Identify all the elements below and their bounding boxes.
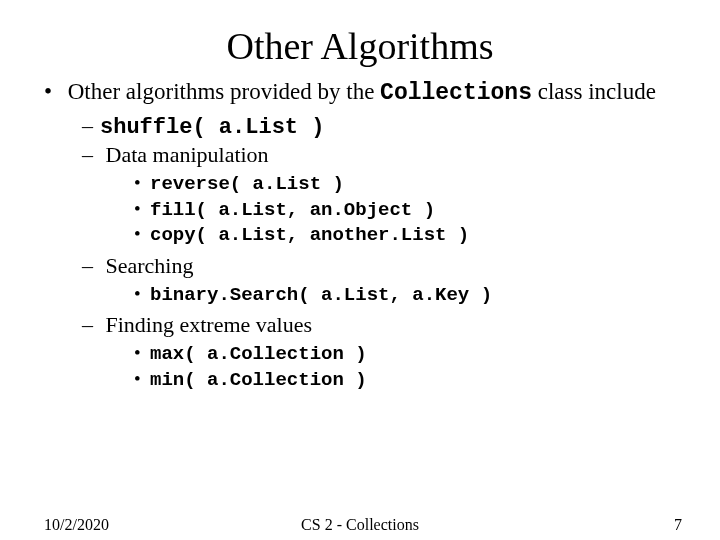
searching-label: Searching [106, 253, 194, 278]
max-code: max( a.Collection ) [150, 343, 367, 365]
fill-code: fill( a.List, an.Object ) [150, 199, 435, 221]
extreme-item: Finding extreme values max( a.Collection… [100, 311, 676, 392]
copy-code: copy( a.List, another.List ) [150, 224, 469, 246]
extreme-sublist: max( a.Collection ) min( a.Collection ) [100, 341, 676, 393]
extreme-label: Finding extreme values [106, 312, 313, 337]
min-code: min( a.Collection ) [150, 369, 367, 391]
bullet-list-level2: shuffle( a.List ) Data manipulation reve… [54, 112, 676, 393]
intro-code: Collections [380, 80, 532, 106]
min-item: min( a.Collection ) [150, 367, 676, 393]
shuffle-code: shuffle( a.List ) [100, 115, 324, 140]
bullet-list-level1: Other algorithms provided by the Collect… [44, 78, 676, 392]
reverse-code: reverse( a.List ) [150, 173, 344, 195]
intro-text-after: class include [532, 79, 656, 104]
datamanip-item: Data manipulation reverse( a.List ) fill… [100, 141, 676, 248]
intro-text-before: Other algorithms provided by the [68, 79, 380, 104]
max-item: max( a.Collection ) [150, 341, 676, 367]
shuffle-item: shuffle( a.List ) [100, 112, 676, 142]
datamanip-label: Data manipulation [106, 142, 269, 167]
intro-bullet: Other algorithms provided by the Collect… [54, 78, 676, 392]
fill-item: fill( a.List, an.Object ) [150, 197, 676, 223]
slide-title: Other Algorithms [0, 0, 720, 78]
binarysearch-code: binary.Search( a.List, a.Key ) [150, 284, 492, 306]
slide: Other Algorithms Other algorithms provid… [0, 0, 720, 540]
searching-sublist: binary.Search( a.List, a.Key ) [100, 282, 676, 308]
slide-body: Other algorithms provided by the Collect… [0, 78, 720, 392]
footer-page: 7 [674, 516, 682, 534]
footer-center: CS 2 - Collections [0, 516, 720, 534]
binarysearch-item: binary.Search( a.List, a.Key ) [150, 282, 676, 308]
copy-item: copy( a.List, another.List ) [150, 222, 676, 248]
datamanip-sublist: reverse( a.List ) fill( a.List, an.Objec… [100, 171, 676, 248]
reverse-item: reverse( a.List ) [150, 171, 676, 197]
searching-item: Searching binary.Search( a.List, a.Key ) [100, 252, 676, 307]
